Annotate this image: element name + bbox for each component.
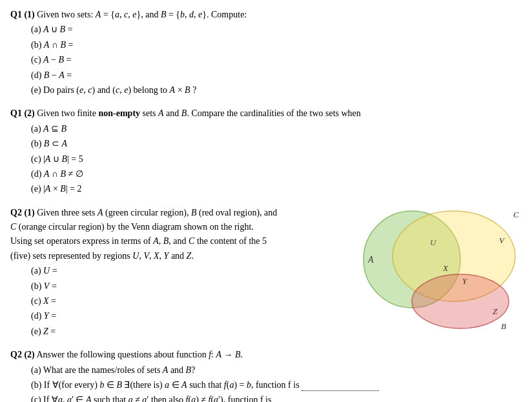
q1-2-part-b: (b) B ⊂ A bbox=[31, 137, 522, 151]
q1-2-title: Q1 (2) Given two finite non-empty sets A… bbox=[10, 106, 522, 121]
q1-2-parts: (a) A ⊆ B (b) B ⊂ A (c) |A ∪ B| = 5 (d) … bbox=[10, 122, 522, 197]
q1-1-part-b: (b) A ∩ B = bbox=[31, 38, 522, 52]
q2-1-title: Q2 (1) Given three sets A (green circula… bbox=[10, 206, 333, 264]
q2-1-part-e: (e) Z = bbox=[31, 325, 522, 339]
q2-1-part-a: (a) U = bbox=[31, 264, 522, 278]
q2-2-title: Q2 (2) Answer the following questions ab… bbox=[10, 348, 522, 362]
page-content: { "q1_1": { "title": "Q1 (1) Given two s… bbox=[10, 8, 522, 402]
q1-1-part-d: (d) B − A = bbox=[31, 68, 522, 83]
q1-2-part-d: (d) A ∩ B ≠ ∅ bbox=[31, 167, 522, 181]
dotted-line-b bbox=[302, 390, 379, 391]
q1-1-title: Q1 (1) Given two sets: A = {a, c, e}, an… bbox=[10, 8, 522, 22]
q2-1-part-c: (c) X = bbox=[31, 294, 522, 308]
q1-2-part-a: (a) A ⊆ B bbox=[31, 122, 522, 136]
q2-2-part-b: (b) If ∀(for every) b ∈ B ∃(there is) a … bbox=[31, 378, 522, 392]
q2-1-part-d: (d) Y = bbox=[31, 309, 522, 323]
q1-2-block: Q1 (2) Given two finite non-empty sets A… bbox=[10, 106, 522, 196]
q2-1-block: Q2 (1) Given three sets A (green circula… bbox=[10, 206, 522, 339]
q1-1-block: Q1 (1) Given two sets: A = {a, c, e}, an… bbox=[10, 8, 522, 97]
q2-2-parts: (a) What are the names/roles of sets A a… bbox=[10, 363, 522, 402]
q1-2-part-c: (c) |A ∪ B| = 5 bbox=[31, 152, 522, 166]
q2-2-part-c: (c) If ∀a, a′ ∈ A such that a ≠ a′ then … bbox=[31, 393, 522, 402]
q1-1-parts: (a) A ∪ B = (b) A ∩ B = (c) A − B = (d) … bbox=[10, 23, 522, 97]
q1-1-part-e: (e) Do pairs (e, c) and (c, e) belong to… bbox=[31, 83, 522, 97]
q2-1-parts: (a) U = (b) V = (c) X = (d) Y = (e) Z = bbox=[10, 264, 522, 339]
q2-2-block: Q2 (2) Answer the following questions ab… bbox=[10, 348, 522, 402]
q1-1-part-c: (c) A − B = bbox=[31, 53, 522, 67]
q1-1-part-a: (a) A ∪ B = bbox=[31, 23, 522, 37]
q2-2-part-a: (a) What are the names/roles of sets A a… bbox=[31, 363, 522, 377]
q2-1-part-b: (b) V = bbox=[31, 279, 522, 294]
